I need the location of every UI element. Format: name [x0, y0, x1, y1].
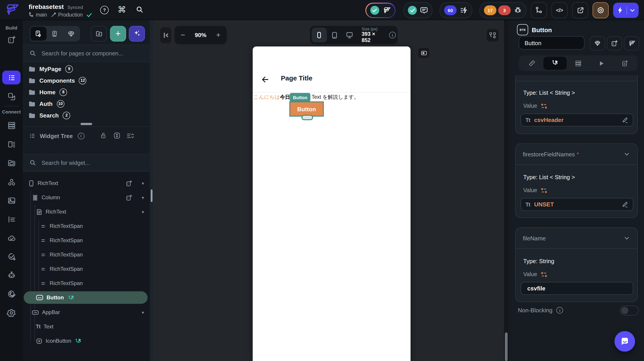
rail-item-ai-agents[interactable]	[2, 268, 20, 282]
tree-node-richtext-2[interactable]: RichText▾	[24, 206, 148, 218]
card-header[interactable]: firestoreFieldNames *	[516, 144, 637, 164]
branch-name[interactable]: main	[36, 12, 47, 17]
tree-node-button-8[interactable]: BTNButton	[24, 291, 148, 304]
richtext-line[interactable]: こんにちは今日はButton Text を解説します。	[254, 94, 410, 100]
phone-preview[interactable]: Page Title こんにちは今日はButton Text を解説します。 B…	[253, 46, 410, 361]
panel-resize-handle[interactable]	[80, 123, 92, 125]
add-page-button[interactable]: +	[110, 26, 126, 41]
tab-actions[interactable]	[544, 57, 567, 70]
scrollbar-thumb[interactable]	[505, 333, 508, 361]
tree-node-iconbutton-11[interactable]: IconButton	[24, 335, 148, 347]
widget-search[interactable]	[23, 154, 150, 172]
richtext-span[interactable]: 今日	[280, 94, 290, 100]
rail-item-cloud-functions[interactable]	[2, 231, 20, 245]
variable-icon[interactable]	[541, 271, 548, 277]
tab-animations[interactable]	[590, 57, 613, 70]
rail-item-media-assets[interactable]	[2, 193, 20, 207]
pages-search-input[interactable]	[41, 50, 136, 57]
back-arrow-icon[interactable]	[261, 75, 269, 83]
expand-tree-button[interactable]	[113, 132, 121, 139]
view-code-button[interactable]: </>	[552, 2, 568, 18]
left-panel-scrollbar[interactable]	[150, 20, 154, 361]
add-widget-button[interactable]	[126, 194, 132, 201]
segment-pages[interactable]	[47, 27, 63, 41]
non-blocking-toggle[interactable]	[620, 306, 639, 316]
chevron-down-icon[interactable]	[624, 151, 630, 157]
tab-properties[interactable]	[520, 57, 544, 70]
pages-search[interactable]	[23, 45, 150, 62]
lock-widget-button[interactable]	[100, 132, 107, 139]
folder-row-auth[interactable]: Auth 10	[23, 98, 150, 109]
node-menu-caret[interactable]: ▾	[142, 209, 144, 214]
richtext-span[interactable]: n Text を解説します。	[308, 94, 359, 100]
environment-name[interactable]: Production	[58, 12, 83, 17]
rail-item-settings[interactable]	[2, 306, 20, 320]
ai-generate-button[interactable]	[129, 26, 145, 41]
tree-node-column-1[interactable]: Column▾	[24, 191, 148, 204]
widget-search-input[interactable]	[41, 159, 136, 166]
segment-components[interactable]	[63, 27, 79, 41]
tree-node-richtext-0[interactable]: RichText▾	[24, 177, 148, 189]
tree-node-richtextspan-6[interactable]: RichTextSpan	[24, 263, 148, 275]
variable-icon[interactable]	[541, 187, 548, 193]
value-row[interactable]: Tt UNSET	[520, 198, 633, 211]
run-options-chevron-icon[interactable]	[630, 9, 634, 12]
comments-status-pill[interactable]	[404, 2, 432, 18]
zoom-out-button[interactable]: −	[181, 31, 185, 39]
card-header[interactable]: fileName	[516, 228, 637, 248]
rail-item-logs[interactable]	[2, 212, 20, 226]
command-menu-button[interactable]: ⌘	[118, 5, 126, 14]
non-blocking-info-icon[interactable]: i	[556, 307, 563, 314]
rail-item-page-selector[interactable]	[2, 33, 20, 46]
flutterflow-logo-icon[interactable]	[4, 2, 19, 17]
tree-node-richtextspan-3[interactable]: RichTextSpan	[24, 220, 148, 232]
folder-row-search[interactable]: Search 2	[23, 109, 150, 121]
scrollbar-thumb[interactable]	[151, 189, 152, 202]
add-widget-button[interactable]	[126, 180, 132, 187]
value-row[interactable]: csvfile	[520, 282, 633, 295]
help-button[interactable]: ?	[100, 6, 109, 14]
visual-preview-button[interactable]	[592, 2, 609, 18]
support-chat-button[interactable]	[614, 331, 635, 352]
rail-item-widget-tree[interactable]	[2, 71, 20, 84]
edit-pencil-icon[interactable]	[622, 117, 628, 123]
flutterflow-docs-button[interactable]	[624, 36, 639, 50]
rail-item-tests[interactable]	[2, 250, 20, 264]
folder-row-mypage[interactable]: MyPage 9	[23, 63, 150, 75]
segment-pages-widgets[interactable]	[30, 27, 47, 41]
page-title[interactable]: Page Title	[281, 74, 312, 82]
branch-manager-button[interactable]	[531, 2, 547, 18]
chevron-down-icon[interactable]	[624, 235, 630, 242]
rail-item-app-values[interactable]	[2, 137, 20, 151]
node-menu-caret[interactable]: ▾	[142, 195, 144, 200]
tree-node-richtextspan-7[interactable]: RichTextSpan	[24, 277, 148, 290]
tab-documentation[interactable]	[613, 57, 636, 70]
open-preview-button[interactable]	[572, 2, 588, 18]
project-name[interactable]: firebasetest	[28, 3, 64, 10]
variable-icon[interactable]	[541, 103, 548, 109]
app-bar[interactable]: Page Title	[253, 46, 410, 92]
canvas-settings-button[interactable]	[486, 29, 499, 41]
wrap-widget-button[interactable]	[607, 36, 622, 50]
tree-options-button[interactable]	[126, 132, 134, 140]
convert-to-component-button[interactable]	[590, 36, 605, 50]
device-desktop-button[interactable]	[342, 28, 357, 42]
tree-node-text-10[interactable]: TtText	[24, 320, 148, 333]
new-folder-button[interactable]	[91, 26, 107, 41]
tree-node-richtextspan-4[interactable]: RichTextSpan	[24, 234, 148, 247]
rail-item-theme[interactable]	[2, 287, 20, 301]
node-menu-caret[interactable]: ▾	[142, 181, 144, 186]
ai-agent-status-pill[interactable]	[366, 3, 395, 18]
value-row[interactable]: Tt csvHeader	[520, 113, 633, 126]
global-search-button[interactable]	[136, 6, 144, 13]
widget-tree-info-icon[interactable]: i	[78, 132, 84, 139]
collapse-panel-button[interactable]	[160, 27, 171, 43]
richtext-span[interactable]: こんにちは	[254, 94, 280, 100]
node-menu-caret[interactable]: ▾	[142, 310, 144, 315]
rail-item-files[interactable]	[2, 156, 20, 170]
widget-drag-handle[interactable]	[302, 115, 313, 120]
rail-item-components[interactable]	[2, 89, 20, 103]
run-app-button[interactable]	[613, 3, 639, 18]
canvas-scrollbar[interactable]	[504, 20, 508, 361]
folder-row-components[interactable]: Components 12	[23, 75, 150, 86]
